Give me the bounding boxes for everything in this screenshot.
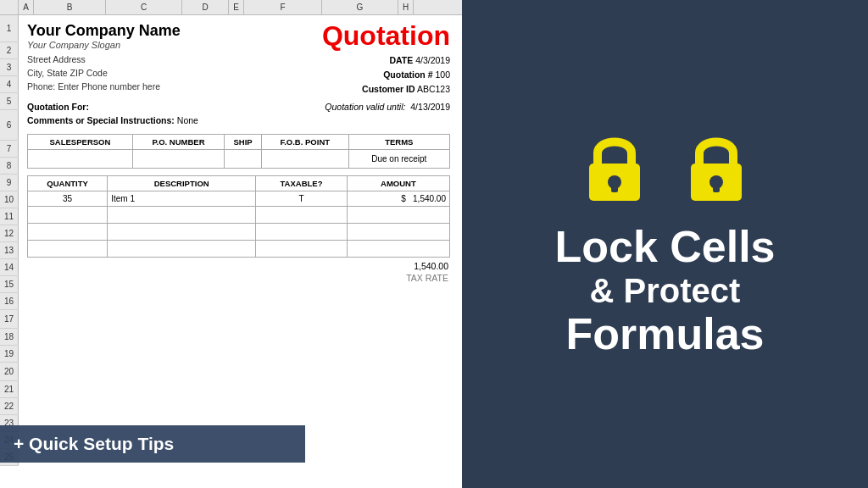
item-qty-1[interactable]: 35 [28, 191, 108, 207]
col-header-h: H [398, 0, 414, 14]
td-fob[interactable] [261, 150, 348, 169]
item-row-3 [28, 224, 450, 241]
customer-id-row: Customer ID ABC123 [362, 82, 450, 97]
row-num-12: 12 [0, 225, 19, 241]
row-num-22: 22 [0, 398, 19, 414]
date-row: DATE 4/3/2019 [362, 53, 450, 68]
locks-row [581, 130, 750, 206]
row-num-3: 3 [0, 59, 19, 75]
quotation-for-row: Quotation For: Quotation valid until: 4/… [27, 102, 450, 112]
total-row: 1,540.00 [27, 261, 450, 271]
row-num-17: 17 [0, 310, 19, 328]
svg-rect-5 [713, 182, 720, 192]
item-row-2 [28, 207, 450, 224]
address-meta-row: Street Address City, State ZIP Code Phon… [27, 53, 450, 97]
invoice-header: Your Company Name Your Company Slogan Qu… [27, 22, 450, 50]
phone: Phone: Enter Phone number here [27, 80, 160, 94]
item-taxable-1[interactable]: T [256, 191, 348, 207]
col-header-e: E [229, 0, 244, 14]
th-desc: DESCRIPTION [108, 176, 256, 191]
quotation-valid-row: Quotation valid until: 4/13/2019 [325, 102, 450, 112]
item-taxable-3[interactable] [256, 224, 348, 241]
row-num-13: 13 [0, 242, 19, 258]
row-num-5: 5 [0, 93, 19, 109]
item-amount-1[interactable]: $ 1,540.00 [347, 191, 449, 207]
td-terms[interactable]: Due on receipt [348, 150, 449, 169]
item-amount-3[interactable] [347, 224, 449, 241]
right-ampersand: & Protect [590, 272, 741, 310]
item-desc-3[interactable] [108, 224, 256, 241]
currency-1: $ [401, 194, 406, 203]
comments-label: Comments or Special Instructions: [27, 115, 175, 125]
col-header-c: C [106, 0, 182, 14]
row-num-7: 7 [0, 141, 19, 157]
col-header-a: A [19, 0, 34, 14]
item-amount-2[interactable] [347, 207, 449, 224]
row-num-16: 16 [0, 293, 19, 309]
quick-tips-banner: + Quick Setup Tips [0, 425, 305, 463]
info-row: Due on receipt [28, 150, 450, 169]
item-taxable-4[interactable] [256, 241, 348, 258]
company-slogan: Your Company Slogan [27, 40, 181, 50]
customer-id-value: ABC123 [417, 84, 450, 94]
amount-value-1: 1,540.00 [413, 194, 446, 203]
row-num-2: 2 [0, 42, 19, 58]
total-value: 1,540.00 [414, 261, 448, 271]
svg-rect-2 [611, 182, 618, 192]
th-salesperson: SALESPERSON [28, 135, 133, 150]
row-num-9: 9 [0, 175, 19, 191]
th-taxable: TAXABLE? [256, 176, 348, 191]
row-num-1: 1 [0, 15, 19, 42]
corner-cell [0, 0, 19, 14]
item-qty-4[interactable] [28, 241, 108, 258]
col-header-b: B [34, 0, 106, 14]
row-num-21: 21 [0, 381, 19, 397]
right-panel: Lock Cells & Protect Formulas [462, 0, 868, 488]
item-desc-2[interactable] [108, 207, 256, 224]
th-po: P.O. NUMBER [132, 135, 224, 150]
tax-label: TAX RATE [406, 273, 448, 283]
info-table: SALESPERSON P.O. NUMBER SHIP F.O.B. POIN… [27, 134, 450, 169]
quotation-num-row: Quotation # 100 [362, 68, 450, 82]
col-header-row: A B C D E F G H [0, 0, 462, 15]
customer-id-label: Customer ID [362, 84, 415, 94]
quotation-valid-date: 4/13/2019 [410, 102, 450, 112]
item-qty-2[interactable] [28, 207, 108, 224]
quotation-num-value: 100 [435, 69, 450, 80]
comments-value: None [177, 115, 198, 125]
th-amount: AMOUNT [347, 176, 449, 191]
comments-row: Comments or Special Instructions: None [27, 115, 450, 125]
quotation-num-label: Quotation # [383, 69, 432, 80]
company-info: Your Company Name Your Company Slogan [27, 22, 181, 50]
row-num-8: 8 [0, 158, 19, 174]
item-row-1: 35 Item 1 T $ 1,540.00 [28, 191, 450, 207]
item-taxable-2[interactable] [256, 207, 348, 224]
quotation-for-label: Quotation For: [27, 102, 89, 112]
item-amount-4[interactable] [347, 241, 449, 258]
row-num-11: 11 [0, 208, 19, 225]
lock-icon-1 [581, 130, 648, 206]
th-fob: F.O.B. POINT [261, 135, 348, 150]
lock-icon-2 [682, 130, 750, 206]
td-ship[interactable] [225, 150, 262, 169]
col-header-d: D [182, 0, 229, 14]
row-num-15: 15 [0, 276, 19, 292]
row-num-19: 19 [0, 346, 19, 362]
row-num-18: 18 [0, 329, 19, 345]
col-header-f: F [244, 0, 322, 14]
item-row-4 [28, 241, 450, 258]
address-line2: City, State ZIP Code [27, 67, 160, 80]
row-num-4: 4 [0, 76, 19, 92]
item-qty-3[interactable] [28, 224, 108, 241]
date-value: 4/3/2019 [415, 55, 450, 65]
item-desc-4[interactable] [108, 241, 256, 258]
td-salesperson[interactable] [28, 150, 133, 169]
th-ship: SHIP [225, 135, 262, 150]
address-block: Street Address City, State ZIP Code Phon… [27, 53, 160, 97]
spreadsheet-panel: A B C D E F G H 1 2 [0, 0, 462, 488]
items-table: QUANTITY DESCRIPTION TAXABLE? AMOUNT 35 … [27, 175, 450, 258]
td-po[interactable] [132, 150, 224, 169]
item-desc-1[interactable]: Item 1 [108, 191, 256, 207]
company-name: Your Company Name [27, 22, 181, 40]
date-label: DATE [389, 55, 413, 65]
